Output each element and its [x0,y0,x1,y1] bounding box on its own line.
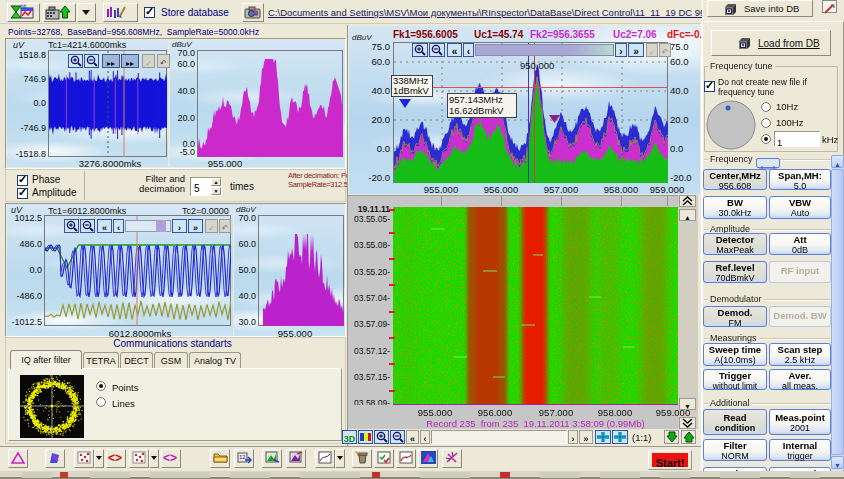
svg-text:bb: bb [21,4,27,9]
svg-text:<>: <> [163,451,177,465]
svg-text:12: 12 [239,454,246,460]
svg-text:<>: <> [108,451,122,465]
